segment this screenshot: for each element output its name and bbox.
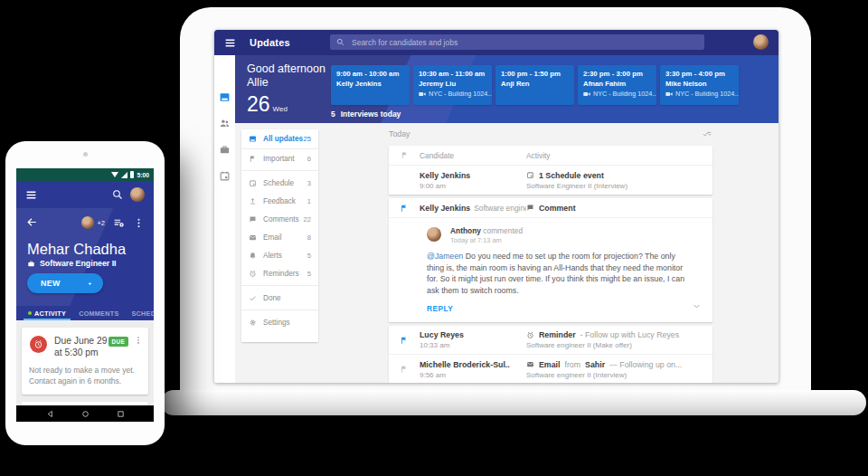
alarm-badge (30, 336, 47, 353)
commenter-avatar (427, 227, 441, 242)
section-title: Today (389, 129, 410, 138)
nav-home-icon[interactable] (81, 410, 90, 418)
table-row[interactable]: Kelly JenkinsSoftware engine... Comment (389, 198, 712, 218)
check-icon (249, 294, 257, 302)
reminder-card[interactable]: Due June 29 at 5:30 pm DUE Not ready to … (22, 328, 148, 395)
candidate-name: Mehar Chadha (27, 241, 126, 258)
candidate-header: +2 Mehar Chadha Software Engineer II NEW (16, 208, 154, 306)
date-display: 26Wed (247, 92, 288, 117)
search-icon[interactable] (112, 189, 123, 200)
comment-icon (249, 215, 257, 224)
mark-all-done-icon[interactable] (702, 129, 712, 139)
date-weekday: Wed (273, 105, 288, 113)
phone-status-bar: 5:00 (16, 168, 154, 181)
tab-schedule[interactable]: SCHEDULE (125, 306, 154, 320)
interview-card[interactable]: 3:30 pm - 4:00 pm Mike Nelson NYC - Buil… (660, 65, 739, 105)
interview-card[interactable]: 2:30 pm - 3:00 pm Afnan Fahim NYC - Buil… (578, 65, 656, 105)
jobs-rail-icon[interactable] (219, 144, 231, 156)
app-topbar: Updates (214, 30, 778, 55)
search-input[interactable] (350, 37, 698, 48)
updates-table-bottom: Lucy Reyes 10:33 am Reminder- Follow up … (389, 326, 712, 383)
status-time: 5:00 (137, 172, 149, 178)
sidebar-item-email[interactable]: Email 8 (241, 228, 318, 246)
search-bar[interactable] (330, 34, 704, 50)
team-avatar (81, 216, 94, 229)
phone-camera (83, 152, 88, 157)
commenter-name: Anthony (450, 226, 481, 235)
calendar-rail-icon[interactable] (219, 170, 231, 182)
flag-icon[interactable] (400, 365, 409, 374)
column-activity: Activity (526, 151, 712, 160)
schedule-icon (526, 171, 534, 179)
sidebar-item-all-updates[interactable]: All updates 25 (241, 129, 318, 149)
back-arrow-icon[interactable] (26, 216, 38, 228)
sidebar-item-done[interactable]: Done (241, 289, 318, 307)
divider (241, 285, 318, 286)
column-candidate: Candidate (420, 151, 526, 160)
kebab-menu-icon[interactable] (133, 217, 145, 229)
phone-app-bar (16, 181, 154, 208)
search-icon (336, 38, 344, 46)
divider (241, 170, 318, 171)
sidebar-item-alerts[interactable]: Alerts 5 (241, 246, 318, 264)
kebab-menu-icon[interactable] (134, 336, 143, 345)
date-day: 26 (247, 92, 270, 116)
sidebar-item-settings[interactable]: Settings (241, 313, 318, 331)
email-icon (526, 360, 534, 368)
video-icon (419, 91, 426, 97)
interview-card[interactable]: 9:00 am - 10:00 am Kelly Jenkins (331, 65, 410, 105)
feedback-icon (249, 197, 257, 205)
signal-icon (121, 172, 127, 178)
updates-rail-icon[interactable] (219, 91, 231, 103)
sidebar-item-schedule[interactable]: Schedule 3 (241, 174, 318, 192)
chevron-down-icon[interactable] (692, 301, 702, 311)
sidebar-item-feedback[interactable]: Feedback 1 (241, 192, 318, 210)
next-card-partial[interactable] (22, 402, 148, 405)
stage: Updates Good afternoon Allie 26Wed (0, 0, 868, 476)
email-icon (249, 233, 257, 242)
briefcase-icon (27, 260, 35, 268)
user-avatar[interactable] (753, 34, 769, 50)
table-row[interactable]: Michelle Broderick-Sul.. 9:56 am Emailfr… (389, 355, 712, 383)
reply-button[interactable]: REPLY (427, 304, 689, 313)
flag-icon[interactable] (400, 204, 409, 213)
updates-filter-menu: All updates 25 Important 6 Schedule 3 Fe… (241, 129, 318, 342)
reminder-note: Not ready to make a move yet. Contact ag… (29, 366, 141, 386)
interview-card[interactable]: 10:30 am - 11:00 am Jeremy Liu NYC - Bui… (413, 65, 492, 105)
gear-icon (249, 319, 257, 327)
interview-card[interactable]: 1:00 pm - 1:50 pm Anji Ren (495, 65, 574, 105)
video-icon (665, 91, 673, 97)
schedule-icon (249, 179, 257, 187)
android-nav-bar (16, 405, 154, 422)
phone-tabs: ACTIVITY COMMENTS SCHEDULE (16, 306, 154, 320)
interviews-summary: 5Interviews today (331, 109, 401, 119)
tab-comments[interactable]: COMMENTS (72, 306, 125, 320)
flag-icon[interactable] (400, 336, 409, 345)
bell-icon (249, 252, 257, 260)
nav-back-icon[interactable] (46, 410, 54, 418)
activity-dot (28, 311, 32, 315)
candidates-rail-icon[interactable] (219, 118, 231, 129)
table-row[interactable]: Lucy Reyes 10:33 am Reminder- Follow up … (389, 326, 712, 355)
sidebar-item-reminders[interactable]: Reminders 5 (241, 264, 318, 282)
comment-icon (526, 204, 534, 212)
mention[interactable]: @Jameen (427, 252, 463, 261)
battery-icon (130, 171, 134, 178)
hiring-team[interactable]: +2 (81, 216, 105, 229)
due-badge: DUE (108, 337, 128, 347)
menu-icon[interactable] (25, 189, 37, 201)
nav-recents-icon[interactable] (117, 410, 125, 418)
phone-content: Due June 29 at 5:30 pm DUE Not ready to … (16, 320, 154, 405)
add-to-list-icon[interactable] (113, 217, 125, 229)
divider (241, 309, 318, 310)
user-avatar[interactable] (130, 187, 145, 202)
updates-icon (249, 135, 257, 143)
menu-icon[interactable] (224, 37, 236, 49)
stage-dropdown[interactable]: NEW (27, 273, 103, 293)
sidebar-item-important[interactable]: Important 6 (241, 149, 318, 167)
table-row[interactable]: Kelly Jenkins 9:00 am 1 Schedule event S… (389, 166, 712, 195)
alarm-icon (249, 270, 257, 278)
table-header: Candidate Activity (389, 146, 712, 166)
sidebar-item-comments[interactable]: Comments 22 (241, 210, 318, 228)
tab-activity[interactable]: ACTIVITY (22, 306, 72, 320)
